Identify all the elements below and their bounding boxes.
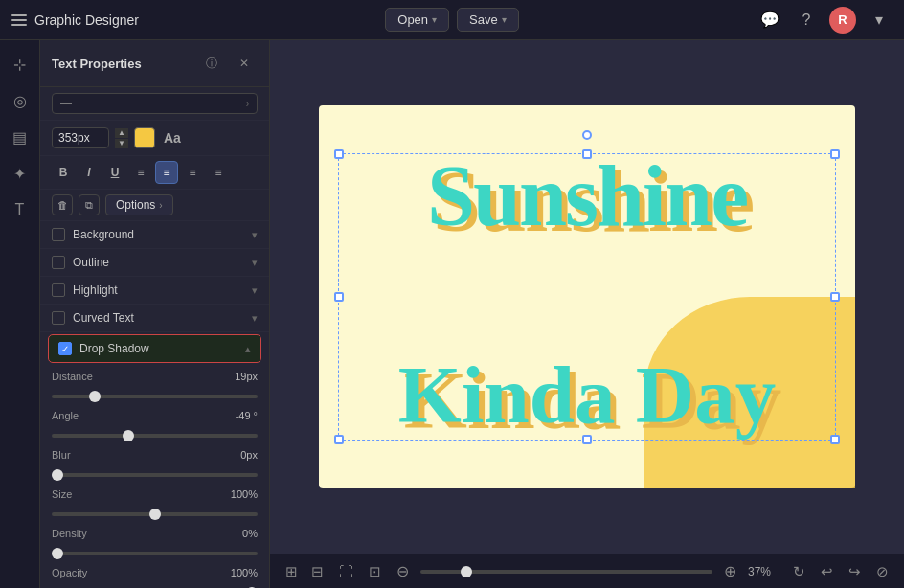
crop-icon[interactable]: ⊡ bbox=[365, 561, 385, 582]
avatar[interactable]: R bbox=[829, 7, 856, 34]
sidebar-icon-shapes[interactable]: ◎ bbox=[4, 84, 36, 117]
zoom-value: 37% bbox=[748, 565, 781, 578]
density-value: 0% bbox=[242, 528, 258, 539]
sidebar-icon-cursor[interactable]: ⊹ bbox=[4, 48, 36, 80]
background-checkbox[interactable] bbox=[52, 228, 65, 241]
text-color-swatch[interactable] bbox=[134, 127, 155, 148]
size-down-button[interactable]: ▼ bbox=[115, 139, 128, 148]
close-panel-icon[interactable]: ✕ bbox=[231, 50, 258, 77]
panel-header: Text Properties ⓘ ✕ bbox=[40, 40, 269, 87]
opacity-label: Opacity bbox=[52, 567, 87, 578]
blur-label: Blur bbox=[52, 449, 71, 461]
main-layout: ⊹ ◎ ▤ ✦ T Text Properties ⓘ ✕ — › ▲ bbox=[0, 40, 904, 588]
drop-shadow-label: Drop Shadow bbox=[79, 342, 237, 355]
duplicate-button[interactable]: ⧉ bbox=[79, 194, 100, 215]
rotate-handle[interactable] bbox=[582, 130, 592, 140]
drop-shadow-chevron: ▴ bbox=[245, 343, 251, 355]
effect-highlight[interactable]: Highlight ▾ bbox=[40, 277, 269, 305]
opacity-value: 100% bbox=[231, 567, 258, 578]
effect-background[interactable]: Background ▾ bbox=[40, 221, 269, 249]
fit-screen-icon[interactable]: ⛶ bbox=[335, 561, 357, 581]
bold-button[interactable]: B bbox=[52, 161, 75, 184]
distance-slider[interactable] bbox=[52, 395, 258, 398]
effect-drop-shadow[interactable]: ✓ Drop Shadow ▴ bbox=[48, 334, 261, 363]
background-label: Background bbox=[73, 228, 244, 241]
align-right-button[interactable]: ≡ bbox=[181, 161, 204, 184]
angle-label: Angle bbox=[52, 410, 79, 421]
history-icon[interactable]: ⊘ bbox=[872, 561, 893, 582]
size-stepper[interactable]: ▲ ▼ bbox=[115, 128, 128, 148]
sidebar-icon-layers[interactable]: ▤ bbox=[4, 121, 36, 153]
size-slider[interactable] bbox=[52, 512, 258, 516]
menu-icon[interactable] bbox=[11, 14, 27, 26]
background-chevron: ▾ bbox=[252, 229, 258, 241]
delete-button[interactable]: 🗑 bbox=[52, 194, 73, 215]
italic-button[interactable]: I bbox=[78, 161, 101, 184]
sidebar-icon-elements[interactable]: ✦ bbox=[4, 157, 36, 190]
curved-text-chevron: ▾ bbox=[252, 312, 258, 325]
font-family-chevron: › bbox=[246, 99, 249, 109]
undo-icon[interactable]: ↩ bbox=[817, 561, 837, 582]
outline-checkbox[interactable] bbox=[52, 256, 65, 269]
angle-slider-row: Angle -49 ° bbox=[52, 410, 258, 441]
effect-curved-text[interactable]: Curved Text ▾ bbox=[40, 305, 269, 332]
font-family-selector[interactable]: — › bbox=[52, 93, 258, 114]
distance-slider-row: Distance 19px bbox=[52, 371, 258, 402]
density-label: Density bbox=[52, 528, 87, 539]
panel-title: Text Properties bbox=[52, 57, 192, 71]
save-button[interactable]: Save ▾ bbox=[457, 8, 519, 32]
panel-header-icons: ⓘ ✕ bbox=[198, 50, 258, 77]
drop-shadow-checkbox[interactable]: ✓ bbox=[58, 342, 72, 355]
options-button[interactable]: Options › bbox=[105, 194, 173, 215]
top-bar-right: 💬 ? R ▾ bbox=[519, 7, 893, 34]
layers-icon[interactable]: ⊞ bbox=[282, 561, 302, 582]
distance-label: Distance bbox=[52, 371, 93, 382]
outline-chevron: ▾ bbox=[252, 257, 258, 269]
size-label: Size bbox=[52, 488, 72, 500]
distance-value: 19px bbox=[235, 371, 258, 382]
options-row: 🗑 ⧉ Options › bbox=[40, 190, 269, 221]
align-left-button[interactable]: ≡ bbox=[129, 161, 152, 184]
effect-outline[interactable]: Outline ▾ bbox=[40, 249, 269, 277]
handle-bottom-left[interactable] bbox=[334, 435, 344, 444]
highlight-checkbox[interactable] bbox=[52, 283, 65, 297]
open-chevron-icon: ▾ bbox=[432, 14, 437, 25]
angle-value: -49 ° bbox=[236, 410, 258, 421]
bottom-bar: ⊞ ⊟ ⛶ ⊡ ⊖ ⊕ 37% ↻ ↩ ↪ ⊘ bbox=[270, 554, 904, 588]
underline-button[interactable]: U bbox=[103, 161, 126, 184]
blur-value: 0px bbox=[240, 449, 258, 461]
canvas-area: Sunshine Kinda Day ⊞ bbox=[270, 40, 904, 588]
font-size-input[interactable] bbox=[52, 127, 109, 148]
blur-slider[interactable] bbox=[52, 473, 258, 477]
angle-slider[interactable] bbox=[52, 434, 258, 438]
density-slider[interactable] bbox=[52, 552, 258, 555]
handle-middle-left[interactable] bbox=[334, 292, 344, 302]
chat-icon[interactable]: 💬 bbox=[757, 7, 783, 34]
sidebar-icon-text[interactable]: T bbox=[4, 193, 36, 226]
expand-icon[interactable]: ▾ bbox=[866, 7, 893, 34]
app-title: Graphic Designer bbox=[34, 12, 139, 28]
text-case-button[interactable]: Aa bbox=[161, 126, 184, 149]
align-center-button[interactable]: ≡ bbox=[155, 161, 178, 184]
sliders-section: Distance 19px Angle -49 ° Blur 0px bbox=[40, 365, 269, 588]
canvas-container[interactable]: Sunshine Kinda Day bbox=[270, 40, 904, 554]
curved-text-checkbox[interactable] bbox=[52, 311, 65, 325]
canvas-text-kinda: Kinda Day bbox=[338, 354, 836, 436]
zoom-in-button[interactable]: ⊕ bbox=[720, 560, 740, 582]
highlight-chevron: ▾ bbox=[252, 284, 258, 297]
save-chevron-icon: ▾ bbox=[502, 14, 507, 25]
grid-icon[interactable]: ⊟ bbox=[307, 561, 328, 582]
align-justify-button[interactable]: ≡ bbox=[207, 161, 230, 184]
zoom-out-button[interactable]: ⊖ bbox=[393, 560, 413, 582]
help-icon[interactable]: ? bbox=[793, 7, 820, 34]
bottom-center: ⛶ ⊡ ⊖ ⊕ 37% bbox=[335, 560, 781, 582]
redo-icon[interactable]: ↪ bbox=[845, 561, 865, 582]
zoom-slider[interactable] bbox=[420, 570, 712, 574]
blur-slider-row: Blur 0px bbox=[52, 449, 258, 481]
format-row: B I U ≡ ≡ ≡ ≡ bbox=[40, 156, 269, 190]
refresh-icon[interactable]: ↻ bbox=[789, 561, 809, 582]
info-icon[interactable]: ⓘ bbox=[198, 50, 225, 77]
bottom-right: ↻ ↩ ↪ ⊘ bbox=[789, 561, 893, 582]
size-up-button[interactable]: ▲ bbox=[115, 128, 128, 138]
open-button[interactable]: Open ▾ bbox=[385, 8, 449, 32]
